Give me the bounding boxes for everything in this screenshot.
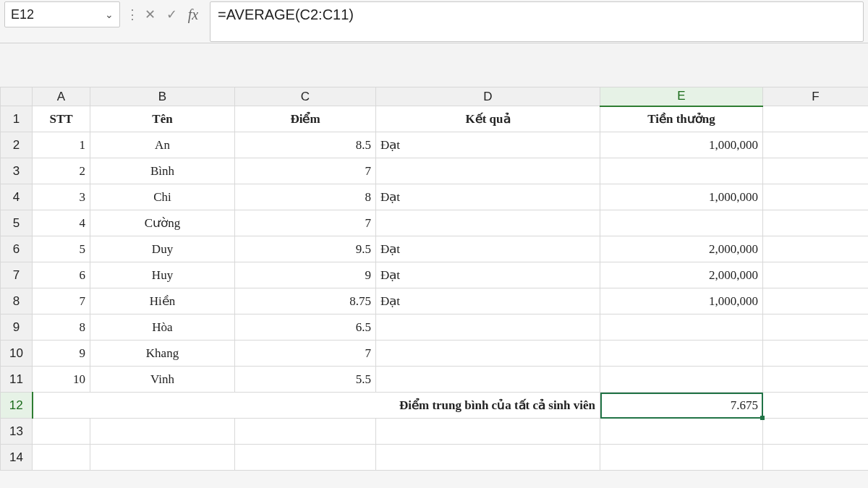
cell-ketqua[interactable]: Đạt	[376, 132, 600, 158]
cell-ketqua[interactable]	[376, 210, 600, 236]
cell-f[interactable]	[763, 288, 869, 314]
cell-f[interactable]	[763, 367, 869, 393]
empty-cell[interactable]	[90, 445, 235, 471]
empty-cell[interactable]	[376, 419, 600, 445]
name-box[interactable]: E12 ⌄	[4, 1, 120, 27]
cell-stt[interactable]: 4	[33, 210, 90, 236]
empty-cell[interactable]	[33, 419, 90, 445]
row-header-9[interactable]: 9	[1, 314, 33, 341]
row-header-8[interactable]: 8	[1, 288, 33, 314]
cell-diem[interactable]: 5.5	[235, 367, 376, 393]
cell-ten[interactable]: Cường	[90, 210, 235, 236]
header-ten[interactable]: Tên	[90, 106, 235, 132]
cell-tienthuong[interactable]: 1,000,000	[600, 132, 763, 158]
empty-cell[interactable]	[235, 419, 376, 445]
cell-stt[interactable]: 7	[33, 288, 90, 314]
col-header-e[interactable]: E	[600, 87, 763, 106]
cell-diem[interactable]: 7	[235, 341, 376, 367]
cell-tienthuong[interactable]: 2,000,000	[600, 262, 763, 288]
row-header-13[interactable]: 13	[1, 419, 33, 445]
cell-diem[interactable]: 7	[235, 158, 376, 184]
cell-tienthuong[interactable]: 2,000,000	[600, 236, 763, 262]
cell-ten[interactable]: Khang	[90, 341, 235, 367]
cell-f1[interactable]	[763, 106, 869, 132]
cell-ten[interactable]: Hòa	[90, 314, 235, 341]
row-header-6[interactable]: 6	[1, 236, 33, 262]
cell-diem[interactable]: 8	[235, 184, 376, 210]
cell-ten[interactable]: Duy	[90, 236, 235, 262]
cell-ketqua[interactable]: Đạt	[376, 262, 600, 288]
cell-stt[interactable]: 6	[33, 262, 90, 288]
cell-ten[interactable]: Hiền	[90, 288, 235, 314]
summary-label[interactable]: Điểm trung bình của tất cả sinh viên	[33, 393, 600, 419]
cell-diem[interactable]: 7	[235, 210, 376, 236]
row-header-1[interactable]: 1	[1, 106, 33, 132]
empty-cell[interactable]	[763, 419, 869, 445]
col-header-d[interactable]: D	[376, 87, 600, 106]
cell-ketqua[interactable]: Đạt	[376, 184, 600, 210]
cell-stt[interactable]: 5	[33, 236, 90, 262]
cell-diem[interactable]: 6.5	[235, 314, 376, 341]
cancel-formula-button[interactable]: ✕	[139, 1, 161, 27]
fx-icon[interactable]: fx	[182, 1, 204, 27]
cell-f[interactable]	[763, 314, 869, 341]
empty-cell[interactable]	[600, 445, 763, 471]
cell-tienthuong[interactable]	[600, 367, 763, 393]
cell-tienthuong[interactable]: 1,000,000	[600, 288, 763, 314]
cell-f[interactable]	[763, 262, 869, 288]
cell-tienthuong[interactable]	[600, 210, 763, 236]
empty-cell[interactable]	[763, 445, 869, 471]
row-header-4[interactable]: 4	[1, 184, 33, 210]
chevron-down-icon[interactable]: ⌄	[105, 9, 114, 20]
cell-stt[interactable]: 3	[33, 184, 90, 210]
cell-ketqua[interactable]: Đạt	[376, 236, 600, 262]
cell-ketqua[interactable]: Đạt	[376, 288, 600, 314]
empty-cell[interactable]	[235, 445, 376, 471]
row-header-10[interactable]: 10	[1, 341, 33, 367]
cell-stt[interactable]: 1	[33, 132, 90, 158]
cell-stt[interactable]: 9	[33, 341, 90, 367]
cell-ten[interactable]: Chi	[90, 184, 235, 210]
cell-ten[interactable]: Vinh	[90, 367, 235, 393]
row-header-11[interactable]: 11	[1, 367, 33, 393]
row-header-2[interactable]: 2	[1, 132, 33, 158]
cell-stt[interactable]: 2	[33, 158, 90, 184]
header-ketqua[interactable]: Kết quả	[376, 106, 600, 132]
cell-tienthuong[interactable]	[600, 341, 763, 367]
cell-ten[interactable]: Huy	[90, 262, 235, 288]
cell-f12[interactable]	[763, 393, 869, 419]
col-header-a[interactable]: A	[33, 87, 90, 106]
cell-stt[interactable]: 8	[33, 314, 90, 341]
col-header-c[interactable]: C	[235, 87, 376, 106]
cell-f[interactable]	[763, 132, 869, 158]
cell-tienthuong[interactable]: 1,000,000	[600, 184, 763, 210]
header-stt[interactable]: STT	[33, 106, 90, 132]
header-tienthuong[interactable]: Tiền thưởng	[600, 106, 763, 132]
cell-f[interactable]	[763, 210, 869, 236]
cell-diem[interactable]: 9	[235, 262, 376, 288]
cell-ten[interactable]: An	[90, 132, 235, 158]
empty-cell[interactable]	[33, 445, 90, 471]
row-header-14[interactable]: 14	[1, 445, 33, 471]
col-header-f[interactable]: F	[763, 87, 869, 106]
cell-ketqua[interactable]	[376, 341, 600, 367]
cell-ketqua[interactable]	[376, 158, 600, 184]
row-header-7[interactable]: 7	[1, 262, 33, 288]
cell-f[interactable]	[763, 158, 869, 184]
cell-ten[interactable]: Bình	[90, 158, 235, 184]
empty-cell[interactable]	[90, 419, 235, 445]
worksheet[interactable]: ABCDEF 1STTTênĐiểmKết quảTiền thưởng21An…	[0, 87, 868, 471]
row-header-5[interactable]: 5	[1, 210, 33, 236]
select-all-corner[interactable]	[1, 87, 33, 106]
cell-stt[interactable]: 10	[33, 367, 90, 393]
header-diem[interactable]: Điểm	[235, 106, 376, 132]
cell-f[interactable]	[763, 341, 869, 367]
accept-formula-button[interactable]: ✓	[161, 1, 182, 27]
row-header-12[interactable]: 12	[1, 393, 33, 419]
summary-value[interactable]: 7.675	[600, 393, 763, 419]
cell-tienthuong[interactable]	[600, 158, 763, 184]
cell-diem[interactable]: 9.5	[235, 236, 376, 262]
cell-diem[interactable]: 8.75	[235, 288, 376, 314]
col-header-b[interactable]: B	[90, 87, 235, 106]
cell-diem[interactable]: 8.5	[235, 132, 376, 158]
